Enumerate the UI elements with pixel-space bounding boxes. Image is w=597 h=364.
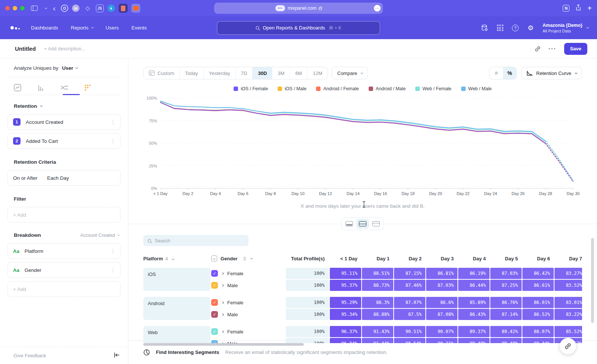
gender-cell[interactable]: ✓Male <box>211 309 285 320</box>
legend-item[interactable]: Web / Female <box>415 86 451 91</box>
legend-item[interactable]: Android / Female <box>316 86 359 91</box>
series-line-iOS / Male[interactable] <box>160 102 546 143</box>
nav-item-dashboards[interactable]: Dashboards <box>31 25 58 31</box>
gender-cell[interactable]: ✓Male <box>211 338 285 343</box>
retention-criteria-card[interactable]: On or After Each Day <box>7 170 121 186</box>
vertical-scrollbar[interactable] <box>591 238 594 323</box>
retention-value-cell[interactable]: 96.84% <box>330 338 361 343</box>
platform-cell[interactable]: Android <box>143 297 210 320</box>
chevron-right-icon[interactable] <box>221 284 224 286</box>
extension-target-icon[interactable] <box>61 4 68 12</box>
open-reports-search[interactable]: Open Reports & Dashboards ⌘ + K <box>217 21 380 35</box>
tab-flows[interactable] <box>60 84 68 93</box>
close-window-button[interactable] <box>5 6 10 10</box>
criteria-mode[interactable]: On or After <box>13 175 37 181</box>
retention-value-cell[interactable]: 83.27% <box>554 268 582 279</box>
extension-m-icon[interactable]: m <box>72 4 79 12</box>
retention-value-cell[interactable]: 87.46% <box>394 280 425 291</box>
retention-value-cell[interactable]: 87.08% <box>426 309 457 320</box>
retention-value-cell[interactable]: 91.44% <box>362 338 393 343</box>
retention-value-cell[interactable]: 89.37% <box>458 326 490 337</box>
segments-title[interactable]: Find Interesting Segments <box>156 349 219 355</box>
retention-value-cell[interactable]: 88.34% <box>522 338 554 343</box>
retention-value-cell[interactable]: 89.48% <box>458 338 490 343</box>
kebab-menu-icon[interactable]: ⋮ <box>110 119 116 125</box>
retention-value-cell[interactable]: 83.52% <box>554 280 582 291</box>
gender-cell[interactable]: ✓Female <box>211 268 285 279</box>
day-column-header[interactable]: Day 7 <box>554 256 586 261</box>
analyze-uniques-row[interactable]: Analyze Uniques by User <box>7 59 121 77</box>
retention-value-cell[interactable]: 87.07% <box>394 297 425 308</box>
breakdown-gender[interactable]: AaGender⋮ <box>7 262 121 278</box>
nav-item-reports[interactable]: Reports <box>71 25 93 31</box>
data-management-icon[interactable] <box>481 24 488 32</box>
kebab-menu-icon[interactable]: ⋮ <box>110 267 116 273</box>
retention-value-cell[interactable]: 96.37% <box>330 326 361 337</box>
retention-value-cell[interactable]: 85.52% <box>554 326 582 337</box>
range-12m[interactable]: 12M <box>307 67 327 79</box>
platform-cell[interactable]: iOS <box>143 268 210 291</box>
kebab-menu-icon[interactable]: ⋮ <box>110 248 116 254</box>
table-search-input[interactable]: Search <box>143 235 249 246</box>
retention-value-cell[interactable]: 87.03% <box>426 280 457 291</box>
view-split-button[interactable] <box>356 219 369 229</box>
retention-value-cell[interactable]: 89.48% <box>490 338 522 343</box>
day-column-header[interactable]: Day 2 <box>394 256 425 261</box>
day-column-header[interactable]: Day 1 <box>362 256 393 261</box>
compare-button[interactable]: Compare <box>332 67 368 79</box>
nav-item-users[interactable]: Users <box>106 25 119 31</box>
range-6m[interactable]: 6M <box>290 67 307 79</box>
range-7d[interactable]: 7D <box>236 67 253 79</box>
chevron-right-icon[interactable] <box>221 313 224 316</box>
add-description-button[interactable]: + Add description... <box>44 46 85 51</box>
analyze-value[interactable]: User <box>62 65 73 71</box>
select-all-checkbox[interactable]: – <box>211 255 217 261</box>
series-line-iOS / Female[interactable] <box>160 103 546 144</box>
retention-value-cell[interactable]: 88.88% <box>362 309 393 320</box>
report-title[interactable]: Untitled <box>15 46 36 52</box>
retention-value-cell[interactable]: 88.51% <box>362 268 393 279</box>
address-bar[interactable]: ••• mixpanel.com ··· <box>214 3 383 14</box>
view-table-only-button[interactable] <box>370 219 382 229</box>
range-custom[interactable]: Custom <box>144 67 180 79</box>
range-today[interactable]: Today <box>180 67 204 79</box>
save-button[interactable]: Save <box>564 43 587 55</box>
chevron-right-icon[interactable] <box>221 272 224 274</box>
retention-value-cell[interactable]: 86.61% <box>522 280 554 291</box>
chevron-right-icon[interactable] <box>221 301 224 304</box>
retention-value-cell[interactable]: 85.89% <box>458 297 490 308</box>
retention-value-cell[interactable]: 95.29% <box>330 297 361 308</box>
minimize-window-button[interactable] <box>13 6 17 10</box>
kebab-menu-icon[interactable]: ⋮ <box>110 138 116 144</box>
retention-value-cell[interactable]: 87.25% <box>490 280 522 291</box>
day-column-header[interactable]: Day 4 <box>458 256 490 261</box>
legend-item[interactable]: iOS / Female <box>234 86 268 91</box>
platform-cell[interactable]: Web <box>143 326 210 343</box>
unit-percent-button[interactable]: % <box>503 67 516 79</box>
retention-chart[interactable]: 0%25%50%75%100%< 1 DayDay 2Day 4Day 6Day… <box>143 93 582 202</box>
share-link-fab[interactable] <box>560 338 576 354</box>
retention-value-cell[interactable]: 86.43% <box>458 309 490 320</box>
gender-cell[interactable]: ✓Male <box>211 280 285 291</box>
day-column-header[interactable]: Day 3 <box>426 256 457 261</box>
legend-item[interactable]: Web / Male <box>461 86 492 91</box>
help-icon[interactable]: ? <box>512 25 519 31</box>
breakdown-platform[interactable]: AaPlatform⋮ <box>7 243 121 259</box>
tab-funnels[interactable] <box>37 84 44 93</box>
gender-checkbox[interactable]: ✓ <box>211 270 218 277</box>
add-filter-button[interactable]: + Add <box>7 207 121 223</box>
retention-value-cell[interactable]: 90.21% <box>426 338 457 343</box>
retention-value-cell[interactable]: 86.19% <box>458 268 490 279</box>
retention-value-cell[interactable]: 86.81% <box>426 268 457 279</box>
extension-password-icon[interactable] <box>119 4 128 13</box>
day-column-header[interactable]: Day 6 <box>522 256 554 261</box>
retention-value-cell[interactable]: 88.73% <box>362 280 393 291</box>
tab-insights[interactable] <box>14 84 21 93</box>
legend-item[interactable]: Android / Male <box>369 86 406 91</box>
retention-value-cell[interactable]: 83.22% <box>554 309 582 320</box>
range-3m[interactable]: 3M <box>272 67 290 79</box>
platform-column-header[interactable]: Platform4 <box>143 256 210 261</box>
retention-value-cell[interactable]: 87.03% <box>490 268 522 279</box>
day-column-header[interactable]: < 1 Day <box>330 256 361 261</box>
collapse-sidebar-button[interactable] <box>114 352 120 359</box>
